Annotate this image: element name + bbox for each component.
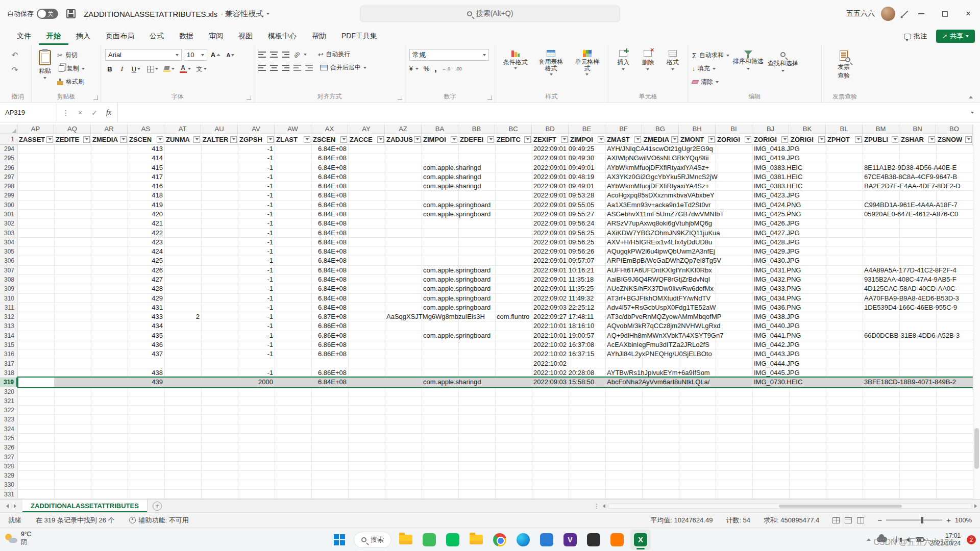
find-select-button[interactable]: 查找和选择: [767, 49, 799, 91]
filter-button-BD[interactable]: [561, 136, 568, 143]
menu-tab-页面布局[interactable]: 页面布局: [98, 28, 142, 45]
grid-cell-BJ303[interactable]: IMG_0427.JPG: [752, 229, 801, 237]
grid-cell-BD308[interactable]: 2022:09:01 11:35:18: [532, 275, 595, 284]
previous-sheet-icon[interactable]: [6, 504, 9, 508]
grid-cell-AV313[interactable]: -1: [238, 321, 275, 330]
close-button[interactable]: ×: [957, 0, 980, 28]
row-header-301[interactable]: 301: [0, 210, 17, 218]
row-header-308[interactable]: 308: [0, 275, 17, 284]
font-size-select[interactable]: 10: [184, 49, 207, 61]
menu-tab-视图[interactable]: 视图: [231, 28, 260, 45]
grid-cell-BJ309[interactable]: IMG_0433.PNG: [752, 284, 803, 293]
align-bottom-icon[interactable]: [282, 52, 289, 58]
menu-tab-开始[interactable]: 开始: [39, 28, 68, 45]
grid-cell-BD295[interactable]: 2022:09:01 09:49:30: [532, 154, 596, 162]
menu-tab-插入[interactable]: 插入: [68, 28, 98, 45]
grid-cell-AS315[interactable]: 436: [128, 340, 164, 349]
grid-cell-AX314[interactable]: 6.86E+08: [311, 331, 348, 340]
notification-badge[interactable]: 2: [967, 535, 976, 544]
delete-cells-button[interactable]: 删除: [637, 49, 658, 91]
grid-cell-BA311[interactable]: com.apple.springboard: [422, 303, 492, 312]
save-icon[interactable]: [66, 9, 76, 18]
maximize-button[interactable]: [933, 0, 957, 28]
filter-button-AP[interactable]: [46, 136, 53, 143]
grid-cell-AV316[interactable]: -1: [238, 349, 275, 358]
grid-cell-AX310[interactable]: 6.84E+08: [311, 294, 348, 303]
grid-cell-AX303[interactable]: 6.84E+08: [311, 229, 348, 237]
grid-cell-BF309[interactable]: AUeZNKS/hFX37Dw0IivvRw6dofMx: [605, 284, 715, 293]
grid-cell-BJ311[interactable]: IMG_0436.PNG: [752, 303, 803, 312]
grid-cell-AV305[interactable]: -1: [238, 247, 275, 256]
row-header-298[interactable]: 298: [0, 182, 17, 190]
column-header-BB[interactable]: BB: [458, 124, 495, 134]
cancel-entry-button[interactable]: ×: [74, 106, 87, 119]
menu-tab-文件[interactable]: 文件: [9, 28, 39, 45]
grid-cell-AV299[interactable]: -1: [238, 191, 275, 199]
grid-cell-BD304[interactable]: 2022:09:01 09:56:25: [532, 238, 596, 246]
row-header-319[interactable]: 319: [0, 378, 17, 386]
column-header-AV[interactable]: AV: [238, 124, 275, 134]
row-header-311[interactable]: 311: [0, 303, 17, 312]
row-header-330[interactable]: 330: [0, 480, 17, 489]
grid-cell-BF314[interactable]: AQ+9dlHh8mMWnXVbkTA4XSYT9Gn7: [605, 331, 725, 340]
accessibility-status[interactable]: 辅助功能: 不可用: [139, 516, 189, 525]
zoom-in-icon[interactable]: +: [946, 516, 951, 524]
filter-button-BG[interactable]: [671, 136, 678, 143]
grid-cell-BJ300[interactable]: IMG_0424.PNG: [752, 201, 803, 209]
grid-cell-AX308[interactable]: 6.84E+08: [311, 275, 348, 284]
page-layout-view-icon[interactable]: [845, 517, 852, 523]
conditional-formatting-button[interactable]: 条件格式: [499, 49, 531, 91]
orange-app-icon[interactable]: [607, 530, 627, 550]
grid-cell-BF300[interactable]: Aa1X3Emn93v+acka9n1eTd2St0vr: [605, 201, 712, 209]
column-header-BI[interactable]: BI: [716, 124, 752, 134]
font-color-button[interactable]: A: [179, 63, 191, 74]
grid-cell-BJ294[interactable]: IMG_0418.JPG: [752, 144, 801, 153]
grid-cell-BF296[interactable]: AYbWkmMfuojDFXfiRtyaxiYA4Sz+: [605, 163, 710, 172]
grid-cell-BJ298[interactable]: IMG_0383.HEIC: [752, 182, 804, 190]
grid-cell-BM307[interactable]: A4A89A5A-177D-41C2-8F2F-4: [863, 266, 958, 274]
menu-tab-帮助[interactable]: 帮助: [304, 28, 334, 45]
insert-function-button[interactable]: fx: [102, 106, 115, 119]
collapse-ribbon-icon[interactable]: [969, 96, 973, 98]
grid-cell-BM298[interactable]: BA2E2D7F-E4AA-4DF7-8DF2-D: [863, 182, 962, 190]
filter-button-BL[interactable]: [855, 136, 862, 143]
row-header-309[interactable]: 309: [0, 284, 17, 293]
grid-cell-AV298[interactable]: -1: [238, 182, 275, 190]
row-header-326[interactable]: 326: [0, 443, 17, 452]
clear-button[interactable]: 清除: [692, 77, 729, 87]
grid-cell-AX295[interactable]: 6.84E+08: [311, 154, 348, 162]
merge-center-button[interactable]: 合并后居中: [320, 62, 366, 73]
font-name-select[interactable]: Arial: [105, 49, 182, 61]
underline-button[interactable]: U: [130, 63, 142, 74]
grid-cell-AS301[interactable]: 420: [128, 210, 164, 218]
grid-cell-AS316[interactable]: 437: [128, 349, 164, 358]
grid-cell-BF310[interactable]: AT3rf+BGJFtkhOMXtudtFY/wNdTV: [605, 294, 712, 303]
grid-cell-AS304[interactable]: 423: [128, 238, 164, 246]
row-header-299[interactable]: 299: [0, 191, 17, 199]
grid-cell-AS300[interactable]: 419: [128, 201, 164, 209]
share-button[interactable]: ↗ 共享: [936, 30, 975, 43]
column-header-BN[interactable]: BN: [899, 124, 936, 134]
percent-style-button[interactable]: %: [424, 65, 430, 72]
grid-cell-AS299[interactable]: 418: [128, 191, 164, 199]
grid-cell-BJ308[interactable]: IMG_0432.PNG: [752, 275, 803, 284]
formula-input[interactable]: [118, 103, 965, 122]
filter-button-BH[interactable]: [708, 136, 715, 143]
decrease-indent-icon[interactable]: [293, 65, 301, 71]
column-header-BL[interactable]: BL: [826, 124, 863, 134]
column-header-BC[interactable]: BC: [495, 124, 532, 134]
namebox-dots-icon[interactable]: ⋮: [59, 106, 72, 119]
bold-button[interactable]: B: [105, 63, 114, 74]
grid-cell-BM311[interactable]: 1DE539D4-166C-46EB-955C-9: [863, 303, 959, 312]
menu-tab-数据[interactable]: 数据: [172, 28, 201, 45]
grid-cell-BM314[interactable]: 66D0DCBB-31E8-4DD6-A52B-3: [863, 331, 961, 340]
minimize-button[interactable]: [910, 0, 933, 28]
grid-cell-BM319[interactable]: 3BFE18CD-18B9-4071-849B-2: [863, 378, 958, 386]
grid-cell-BD306[interactable]: 2022:09:01 09:57:07: [532, 256, 596, 265]
name-box[interactable]: AP319: [0, 103, 57, 122]
horizontal-scroll-track[interactable]: [608, 504, 971, 509]
align-middle-icon[interactable]: [270, 52, 278, 58]
grid-cell-BD310[interactable]: 2022:09:02 11:49:32: [532, 294, 595, 303]
page-break-view-icon[interactable]: [857, 517, 864, 523]
autosum-button[interactable]: Σ自动求和: [692, 50, 729, 61]
